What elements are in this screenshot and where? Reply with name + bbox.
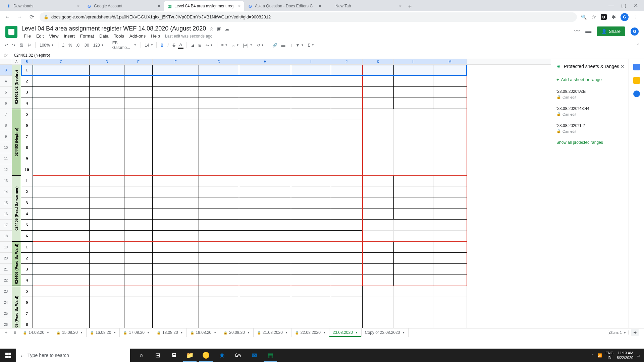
cell[interactable] bbox=[433, 264, 467, 275]
cell[interactable] bbox=[331, 131, 363, 142]
row-header-9[interactable]: 9 bbox=[0, 131, 12, 142]
cell[interactable] bbox=[33, 275, 90, 286]
sheet-tab[interactable]: 🔒22.08.2020▼ bbox=[291, 328, 329, 337]
region-indicator[interactable]: IN bbox=[605, 355, 613, 360]
row-header-10[interactable]: 10 bbox=[0, 142, 12, 153]
cell[interactable]: 1 bbox=[21, 65, 33, 76]
filter-button[interactable]: ▼▼ bbox=[294, 42, 305, 48]
fill-color-button[interactable]: ◪ bbox=[189, 42, 196, 48]
cell[interactable] bbox=[363, 175, 394, 186]
cell[interactable] bbox=[124, 164, 153, 175]
cell[interactable] bbox=[291, 87, 331, 98]
profile-avatar[interactable]: G bbox=[621, 13, 629, 21]
column-header-F[interactable]: F bbox=[153, 59, 199, 64]
cell[interactable] bbox=[199, 120, 239, 131]
task-view-icon[interactable]: ⊟ bbox=[150, 349, 166, 362]
cell[interactable] bbox=[394, 120, 433, 131]
cell[interactable] bbox=[291, 220, 331, 231]
row-header-23[interactable]: 23 bbox=[0, 286, 12, 297]
sheet-tab[interactable]: 🔒20.08.20▼ bbox=[220, 328, 254, 337]
strike-button[interactable]: S bbox=[171, 42, 177, 48]
cell[interactable] bbox=[363, 131, 394, 142]
cell[interactable] bbox=[124, 275, 153, 286]
cell[interactable] bbox=[153, 208, 199, 220]
cell[interactable] bbox=[153, 253, 199, 264]
cell[interactable] bbox=[331, 231, 363, 242]
comment-button[interactable]: ▬ bbox=[280, 42, 287, 48]
cell[interactable] bbox=[124, 109, 153, 120]
chevron-down-icon[interactable]: ▼ bbox=[47, 331, 49, 334]
cell[interactable] bbox=[331, 120, 363, 131]
cell[interactable] bbox=[199, 109, 239, 120]
cell[interactable] bbox=[33, 65, 90, 76]
cell[interactable] bbox=[433, 175, 467, 186]
cell[interactable] bbox=[394, 186, 433, 197]
cell[interactable] bbox=[363, 164, 394, 175]
cell[interactable] bbox=[33, 87, 90, 98]
cell[interactable] bbox=[33, 120, 90, 131]
cell[interactable] bbox=[394, 164, 433, 175]
cell[interactable] bbox=[124, 220, 153, 231]
cell[interactable] bbox=[239, 319, 291, 328]
redo-button[interactable]: ↷ bbox=[11, 42, 17, 48]
h-align-button[interactable]: ≡▼ bbox=[220, 42, 229, 48]
add-range-button[interactable]: + Add a sheet or range bbox=[551, 74, 629, 85]
cell[interactable] bbox=[394, 131, 433, 142]
cell-group-label[interactable]: 024406 (Pead Sx Ward) bbox=[12, 242, 21, 286]
cell[interactable] bbox=[363, 142, 394, 153]
cell[interactable] bbox=[153, 131, 199, 142]
cell[interactable] bbox=[124, 98, 153, 109]
merge-button[interactable]: ⇔▼ bbox=[204, 42, 214, 48]
cell[interactable] bbox=[363, 109, 394, 120]
menu-view[interactable]: View bbox=[47, 33, 61, 39]
print-button[interactable]: 🖶 bbox=[18, 42, 25, 48]
cell[interactable] bbox=[433, 164, 467, 175]
cell[interactable] bbox=[363, 87, 394, 98]
column-header-I[interactable]: I bbox=[291, 59, 331, 64]
cell[interactable] bbox=[124, 231, 153, 242]
cell[interactable] bbox=[199, 197, 239, 208]
cell[interactable] bbox=[394, 65, 433, 76]
cell[interactable] bbox=[33, 186, 90, 197]
cell[interactable] bbox=[239, 65, 291, 76]
cell[interactable] bbox=[239, 264, 291, 275]
cell[interactable] bbox=[153, 242, 199, 253]
cell[interactable] bbox=[124, 153, 153, 164]
browser-tab[interactable]: GAsk a Question - Docs Editors C× bbox=[244, 1, 325, 11]
row-header-18[interactable]: 18 bbox=[0, 231, 12, 242]
cell[interactable] bbox=[153, 220, 199, 231]
cell[interactable] bbox=[199, 153, 239, 164]
cell[interactable] bbox=[394, 220, 433, 231]
functions-button[interactable]: Σ▼ bbox=[306, 42, 315, 48]
cell[interactable] bbox=[239, 164, 291, 175]
cell[interactable] bbox=[291, 186, 331, 197]
cell[interactable]: 7 bbox=[21, 308, 33, 319]
cell[interactable] bbox=[363, 319, 394, 328]
cell[interactable]: 7 bbox=[21, 131, 33, 142]
cell[interactable] bbox=[153, 175, 199, 186]
bold-button[interactable]: B bbox=[159, 42, 165, 48]
row-header-21[interactable]: 21 bbox=[0, 264, 12, 275]
sheet-tab[interactable]: Copy of 23.08.2020▼ bbox=[362, 328, 409, 337]
row-header-22[interactable]: 22 bbox=[0, 275, 12, 286]
keep-icon[interactable] bbox=[633, 77, 640, 84]
cell[interactable] bbox=[433, 208, 467, 220]
cell[interactable] bbox=[90, 242, 124, 253]
cell[interactable] bbox=[90, 164, 124, 175]
cell[interactable] bbox=[331, 220, 363, 231]
cell[interactable]: 4 bbox=[21, 275, 33, 286]
cell[interactable] bbox=[199, 231, 239, 242]
sheet-tab[interactable]: 🔒21.08.2020▼ bbox=[254, 328, 291, 337]
percent-button[interactable]: % bbox=[67, 42, 73, 48]
cell[interactable] bbox=[291, 76, 331, 87]
close-icon[interactable]: × bbox=[158, 3, 160, 9]
decrease-decimal-button[interactable]: .0 bbox=[75, 42, 81, 48]
taskbar-app[interactable]: 🖥 bbox=[166, 349, 182, 362]
start-button[interactable] bbox=[0, 349, 16, 362]
cell[interactable]: 5 bbox=[21, 286, 33, 297]
cell[interactable] bbox=[291, 264, 331, 275]
cell[interactable] bbox=[394, 175, 433, 186]
paint-format-button[interactable]: ⚐ bbox=[26, 42, 33, 48]
cell-group-label[interactable]: 024401.02 (Nephro) bbox=[12, 65, 21, 109]
cell[interactable] bbox=[153, 197, 199, 208]
